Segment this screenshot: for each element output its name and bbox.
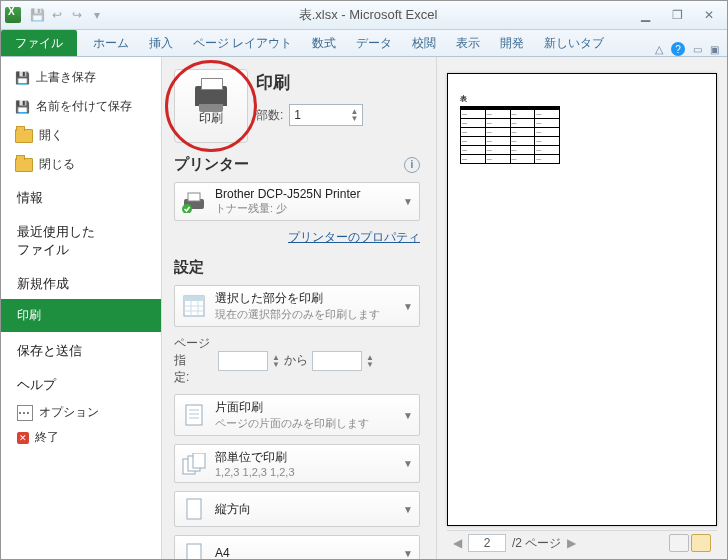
nav-options-label: オプション — [39, 404, 99, 421]
tab-new-tab[interactable]: 新しいタブ — [534, 30, 614, 56]
nav-print[interactable]: 印刷 — [1, 299, 161, 332]
print-button[interactable]: 印刷 — [174, 69, 248, 143]
preview-content: 表 ———— ———— ———— ———— ———— ———— — [460, 94, 560, 164]
nav-exit[interactable]: ✕ 終了 — [1, 425, 161, 450]
printer-combo[interactable]: Brother DCP-J525N Printer トナー残量: 少 ▼ — [174, 182, 420, 221]
qat-save-icon[interactable]: 💾 — [29, 7, 45, 23]
qat-redo-icon[interactable]: ↪ — [69, 7, 85, 23]
printer-status: トナー残量: 少 — [215, 201, 395, 216]
save-as-icon: 💾 — [15, 100, 30, 114]
tab-view[interactable]: 表示 — [446, 30, 490, 56]
page-number-input[interactable]: 2 — [468, 534, 506, 552]
tab-formulas[interactable]: 数式 — [302, 30, 346, 56]
zoom-fit-button[interactable] — [691, 534, 711, 552]
page-from-input[interactable] — [218, 351, 268, 371]
excel-app-icon — [5, 7, 21, 23]
one-sided-icon — [181, 402, 207, 428]
qat-undo-icon[interactable]: ↩ — [49, 7, 65, 23]
nav-open-label: 開く — [39, 127, 63, 144]
svg-rect-9 — [186, 405, 202, 425]
ribbon-minimize-icon[interactable]: △ — [655, 43, 663, 56]
chevron-down-icon: ▼ — [403, 504, 413, 515]
exit-icon: ✕ — [17, 432, 29, 444]
paper-icon — [181, 540, 207, 559]
chevron-down-icon: ▼ — [403, 196, 413, 207]
tab-page-layout[interactable]: ページ レイアウト — [183, 30, 302, 56]
print-heading: 印刷 — [256, 71, 420, 94]
close-button[interactable]: ✕ — [699, 8, 719, 22]
nav-close-label: 閉じる — [39, 156, 75, 173]
sides-combo[interactable]: 片面印刷 ページの片面のみを印刷します ▼ — [174, 394, 420, 436]
printer-heading: プリンター — [174, 155, 249, 174]
chevron-down-icon: ▼ — [403, 410, 413, 421]
selection-icon — [181, 293, 207, 319]
nav-new[interactable]: 新規作成 — [1, 265, 161, 299]
ribbon-more-icon[interactable]: ▭ — [693, 44, 702, 55]
svg-rect-1 — [188, 193, 200, 201]
chevron-down-icon: ▼ — [403, 301, 413, 312]
qat-more-icon[interactable]: ▾ — [89, 7, 105, 23]
ribbon-more2-icon[interactable]: ▣ — [710, 44, 719, 55]
printer-properties-link[interactable]: プリンターのプロパティ — [174, 229, 420, 246]
nav-close[interactable]: 閉じる — [1, 150, 161, 179]
print-what-sub: 現在の選択部分のみを印刷します — [215, 307, 395, 322]
tab-home[interactable]: ホーム — [83, 30, 139, 56]
restore-button[interactable]: ❐ — [667, 8, 687, 22]
help-icon[interactable]: ? — [671, 42, 685, 56]
page-total-label: /2 ページ — [512, 535, 561, 552]
sides-main: 片面印刷 — [215, 399, 395, 416]
page-from-spinner[interactable]: ▲▼ — [272, 354, 280, 368]
copies-input[interactable]: 1 ▲▼ — [289, 104, 363, 126]
printer-name: Brother DCP-J525N Printer — [215, 187, 395, 201]
page-to-label: から — [284, 352, 308, 369]
collate-combo[interactable]: 部単位で印刷 1,2,3 1,2,3 1,2,3 ▼ — [174, 444, 420, 483]
nav-save-as[interactable]: 💾 名前を付けて保存 — [1, 92, 161, 121]
nav-save-as-label: 名前を付けて保存 — [36, 98, 132, 115]
tab-insert[interactable]: 挿入 — [139, 30, 183, 56]
copies-value: 1 — [294, 108, 301, 122]
svg-rect-16 — [187, 499, 201, 519]
print-what-combo[interactable]: 選択した部分を印刷 現在の選択部分のみを印刷します ▼ — [174, 285, 420, 327]
page-to-input[interactable] — [312, 351, 362, 371]
folder-close-icon — [15, 158, 33, 172]
chevron-down-icon: ▼ — [403, 548, 413, 559]
orientation-combo[interactable]: 縦方向 ▼ — [174, 491, 420, 527]
nav-recent[interactable]: 最近使用した ファイル — [1, 213, 161, 265]
sides-sub: ページの片面のみを印刷します — [215, 416, 395, 431]
page-to-spinner[interactable]: ▲▼ — [366, 354, 374, 368]
collate-main: 部単位で印刷 — [215, 449, 395, 466]
print-what-main: 選択した部分を印刷 — [215, 290, 395, 307]
copies-spinner[interactable]: ▲▼ — [350, 108, 358, 122]
copies-label: 部数: — [256, 107, 283, 124]
tab-review[interactable]: 校閲 — [402, 30, 446, 56]
next-page-button[interactable]: ▶ — [567, 536, 576, 550]
chevron-down-icon: ▼ — [403, 458, 413, 469]
orientation-main: 縦方向 — [215, 501, 395, 518]
zoom-to-page-button[interactable] — [669, 534, 689, 552]
paper-size-combo[interactable]: A4 ▼ — [174, 535, 420, 559]
prev-page-button[interactable]: ◀ — [453, 536, 462, 550]
tab-file[interactable]: ファイル — [1, 30, 77, 56]
nav-exit-label: 終了 — [35, 429, 59, 446]
options-icon: ⋯ — [17, 405, 33, 421]
nav-save-label: 上書き保存 — [36, 69, 96, 86]
printer-icon — [195, 86, 227, 106]
svg-rect-17 — [187, 544, 201, 559]
nav-save-send[interactable]: 保存と送信 — [1, 332, 161, 366]
minimize-button[interactable]: ▁ — [635, 8, 655, 22]
printer-info-icon[interactable]: i — [404, 157, 420, 173]
nav-save[interactable]: 💾 上書き保存 — [1, 63, 161, 92]
print-button-label: 印刷 — [199, 110, 223, 127]
tab-developer[interactable]: 開発 — [490, 30, 534, 56]
nav-open[interactable]: 開く — [1, 121, 161, 150]
tab-data[interactable]: データ — [346, 30, 402, 56]
paper-main: A4 — [215, 546, 395, 559]
collate-sub: 1,2,3 1,2,3 1,2,3 — [215, 466, 395, 478]
print-preview-page: 表 ———— ———— ———— ———— ———— ———— — [447, 73, 717, 526]
printer-combo-icon — [181, 189, 207, 215]
folder-open-icon — [15, 129, 33, 143]
nav-options[interactable]: ⋯ オプション — [1, 400, 161, 425]
nav-help[interactable]: ヘルプ — [1, 366, 161, 400]
nav-info[interactable]: 情報 — [1, 179, 161, 213]
page-spec-label: ページ指 定: — [174, 335, 214, 386]
